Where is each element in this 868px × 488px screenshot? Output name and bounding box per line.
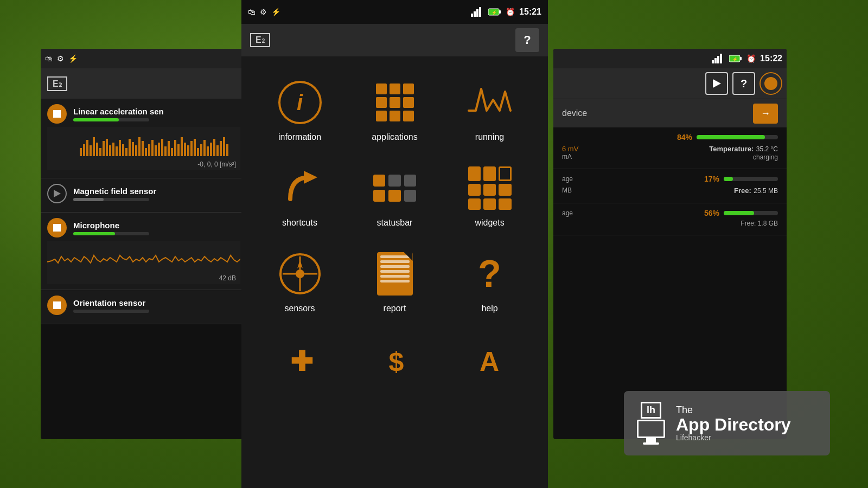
stop-button-orientation[interactable] — [47, 296, 67, 315]
battery-right-group: 84% — [677, 133, 778, 142]
svg-rect-25 — [161, 139, 163, 156]
right-question-button[interactable]: ? — [732, 72, 755, 95]
menu-item-applications[interactable]: applications — [347, 67, 442, 153]
sensor-bar-orientation — [73, 310, 149, 313]
storage1-right: 17% — [704, 175, 778, 183]
play-button-magnetic[interactable] — [47, 184, 67, 203]
report-document-icon — [377, 252, 413, 296]
svg-rect-28 — [171, 148, 173, 156]
sensor-info-mic: Microphone — [73, 221, 149, 235]
svg-rect-36 — [197, 148, 199, 156]
right-circle-button[interactable] — [760, 72, 782, 95]
svg-rect-29 — [174, 140, 176, 156]
svg-text:⚡: ⚡ — [732, 56, 738, 62]
svg-rect-65 — [740, 57, 742, 60]
right-status-bar: ⚡ ⏰ 15:22 — [553, 49, 787, 68]
right-battery-section: 84% 6 mV mA Temperature: 35.2 °C chargin… — [553, 127, 787, 169]
sensor-bar-mic — [73, 232, 149, 235]
svg-rect-38 — [203, 140, 206, 156]
svg-rect-62 — [717, 56, 719, 63]
temp-value: 35.2 °C — [756, 145, 778, 153]
center-app-logo[interactable]: E2 — [250, 33, 270, 47]
battery-bar-fill — [697, 135, 765, 139]
usb-icon-center: ⚡ — [271, 8, 280, 16]
center-help-button[interactable]: ? — [515, 28, 539, 52]
monitor-screen — [637, 420, 665, 438]
sensor-row: Linear acceleration sen — [47, 104, 240, 124]
svg-rect-27 — [168, 141, 170, 156]
svg-rect-26 — [164, 146, 167, 156]
center-menu-grid: i information applications — [241, 56, 548, 335]
battery-mv: 6 mV — [562, 145, 578, 153]
running-waveform-icon — [466, 84, 514, 121]
free-value-1: 25.5 MB — [754, 187, 778, 195]
statusbar-icon-wrapper — [371, 164, 419, 213]
svg-rect-44 — [223, 137, 225, 156]
menu-item-widgets[interactable]: widgets — [442, 153, 537, 239]
menu-item-report[interactable]: report — [347, 239, 442, 324]
menu-item-information[interactable]: i information — [252, 67, 347, 153]
usb-icon: ⚡ — [68, 54, 78, 63]
svg-rect-17 — [135, 145, 137, 156]
svg-rect-40 — [210, 143, 212, 156]
svg-rect-7 — [103, 141, 105, 156]
svg-rect-31 — [181, 137, 183, 156]
battery-percent-row: 84% — [562, 133, 778, 142]
svg-rect-18 — [138, 137, 141, 156]
svg-rect-39 — [207, 146, 209, 156]
right-arrow-button[interactable]: → — [753, 104, 778, 124]
right-time: 15:22 — [760, 54, 782, 63]
sensor-info-magnetic: Magnetic field sensor — [73, 187, 156, 201]
stop-button-linear[interactable] — [47, 104, 67, 124]
menu-item-sensors[interactable]: sensors — [252, 239, 347, 324]
left-app-logo[interactable]: E₂ — [47, 76, 67, 91]
sensor-bar-fill — [73, 118, 119, 121]
stop-button-mic[interactable] — [47, 218, 67, 237]
svg-rect-14 — [125, 148, 127, 156]
stop-icon — [53, 110, 61, 118]
sensor-name-orientation: Orientation sensor — [73, 298, 149, 307]
android-icon-center: ⚙ — [260, 8, 267, 16]
svg-rect-34 — [190, 141, 193, 156]
svg-rect-3 — [90, 145, 92, 156]
storage2-bar — [724, 211, 778, 215]
menu-item-statusbar[interactable]: statusbar — [347, 153, 442, 239]
sensor-name-linear: Linear acceleration sen — [73, 107, 164, 116]
svg-rect-61 — [714, 58, 717, 63]
battery-temperature: Temperature: 35.2 °C — [709, 144, 778, 153]
monitor-base — [643, 442, 659, 445]
play-icon — [54, 190, 61, 197]
svg-rect-10 — [112, 143, 114, 156]
free-label-1: Free: — [734, 187, 751, 195]
svg-rect-20 — [145, 148, 147, 156]
svg-rect-42 — [216, 145, 219, 156]
bag-icon-center: 🛍 — [248, 8, 256, 16]
right-play-button[interactable] — [705, 72, 728, 95]
menu-item-shortcuts[interactable]: shortcuts — [252, 153, 347, 239]
app-dir-subtitle: Lifehacker — [676, 433, 791, 442]
storage2-percent: 56% — [704, 209, 719, 217]
svg-rect-5 — [96, 143, 98, 156]
left-status-icons: 🛍 ⚙ ⚡ — [45, 54, 78, 63]
left-panel: 🛍 ⚙ ⚡ E₂ Linear acceleration sen — [41, 49, 247, 439]
menu-item-help[interactable]: ? help — [442, 239, 537, 324]
svg-rect-63 — [720, 54, 722, 63]
menu-item-running[interactable]: running — [442, 67, 537, 153]
apps-grid-icon — [376, 84, 414, 121]
apps-icon-wrapper — [371, 78, 419, 127]
sensor-row-orientation: Orientation sensor — [47, 296, 240, 315]
signal-icon-right — [712, 54, 725, 63]
storage1-bar — [724, 177, 778, 181]
svg-rect-30 — [177, 144, 180, 156]
storage1-label: age — [562, 175, 573, 183]
menu-label-sensors: sensors — [284, 304, 315, 313]
svg-rect-35 — [194, 139, 196, 156]
svg-rect-13 — [122, 144, 124, 156]
battery-charging-icon-right: ⚡ — [729, 54, 742, 63]
app-directory-card: lh The App Directory Lifehacker — [624, 391, 830, 455]
app-directory-logo: lh — [637, 402, 665, 445]
sensor-bar-magnetic — [73, 198, 149, 201]
storage2-free: Free: 1.8 GB — [741, 220, 778, 227]
storage2-bar-fill — [724, 211, 754, 215]
storage1-free-group: Free: 25.5 MB — [734, 185, 778, 195]
